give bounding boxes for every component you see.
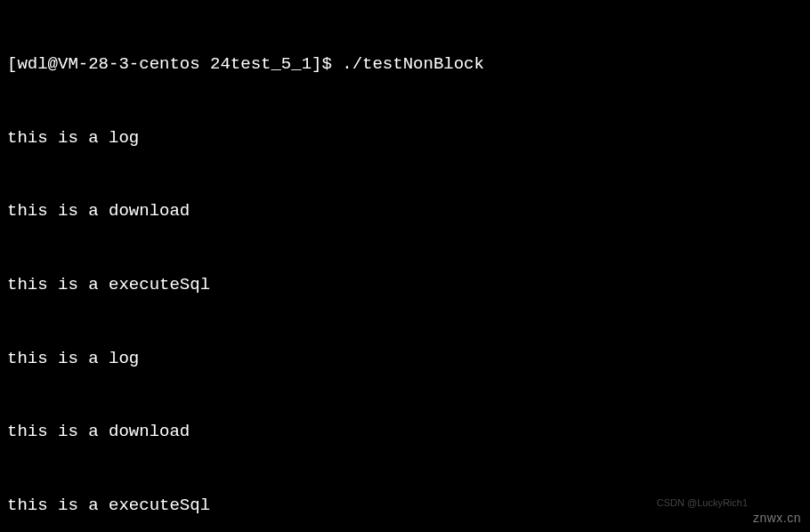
- output-line: this is a executeSql: [7, 273, 803, 298]
- watermark-subtitle: CSDN @LuckyRich1: [657, 496, 748, 511]
- shell-prompt: [wdl@VM-28-3-centos 24test_5_1]$: [7, 52, 342, 77]
- command-text: ./testNonBlock: [342, 52, 484, 77]
- output-line: this is a download: [7, 420, 803, 445]
- prompt-line-1: [wdl@VM-28-3-centos 24test_5_1]$ ./testN…: [7, 52, 803, 77]
- terminal-output[interactable]: [wdl@VM-28-3-centos 24test_5_1]$ ./testN…: [7, 4, 803, 532]
- output-line: this is a log: [7, 347, 803, 372]
- watermark-text: znwx.cn: [753, 509, 801, 527]
- output-line: this is a download: [7, 199, 803, 224]
- output-line: this is a log: [7, 126, 803, 151]
